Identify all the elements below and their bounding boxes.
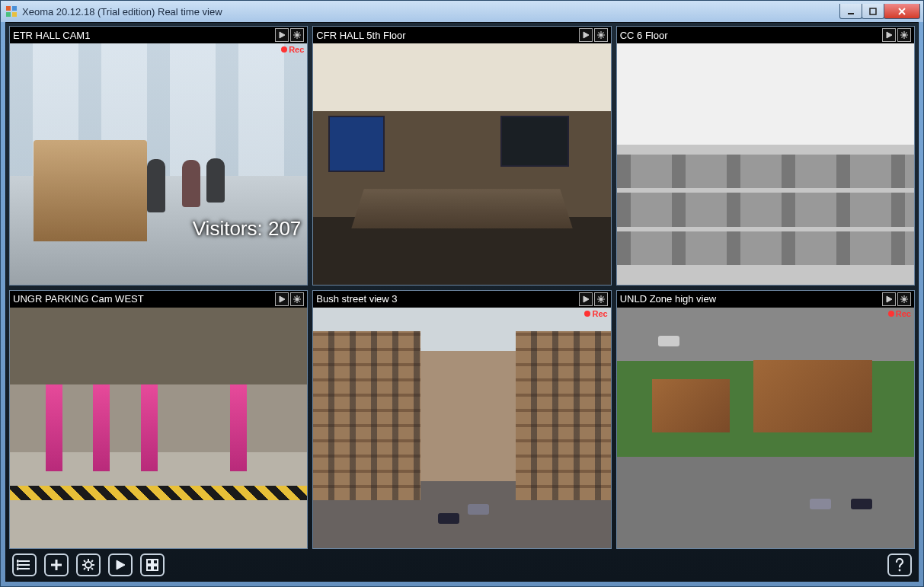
svg-rect-31 [153, 560, 158, 564]
camera-header: CC 6 Floor [617, 27, 914, 43]
svg-rect-0 [6, 6, 11, 11]
add-button[interactable] [44, 554, 69, 576]
recording-indicator: Rec [281, 45, 304, 54]
camera-tile-1[interactable]: ETR HALL CAM1 Rec Visitors: 207 [9, 26, 308, 286]
close-button[interactable] [884, 4, 920, 19]
svg-point-15 [296, 298, 299, 301]
svg-marker-29 [117, 560, 125, 569]
svg-point-9 [296, 33, 299, 37]
record-dot-icon [888, 311, 894, 317]
content-area: ETR HALL CAM1 Rec Visitors: 207 [5, 22, 919, 582]
svg-point-24 [17, 564, 18, 566]
camera-settings-button[interactable] [594, 28, 608, 42]
camera-tile-3[interactable]: CC 6 Floor [616, 26, 915, 286]
recording-indicator: Rec [888, 309, 911, 318]
svg-rect-33 [153, 566, 158, 570]
svg-marker-14 [280, 296, 285, 302]
play-archive-button[interactable] [882, 292, 896, 306]
svg-point-25 [17, 568, 18, 569]
help-button[interactable] [887, 554, 912, 576]
camera-settings-button[interactable] [897, 28, 911, 42]
camera-header: Bush street view 3 [313, 291, 610, 308]
camera-controls [579, 28, 608, 42]
layout-button[interactable] [140, 554, 165, 576]
svg-marker-8 [280, 32, 285, 38]
settings-button[interactable] [76, 554, 101, 576]
svg-rect-5 [870, 8, 876, 14]
camera-tile-4[interactable]: UNGR PARKING Cam WEST [9, 290, 308, 550]
play-archive-button[interactable] [275, 292, 289, 306]
record-dot-icon [281, 46, 287, 53]
play-archive-button[interactable] [579, 28, 593, 42]
camera-controls [882, 292, 911, 306]
svg-point-17 [599, 298, 603, 301]
play-archive-button[interactable] [275, 28, 289, 42]
svg-point-11 [599, 33, 603, 37]
app-icon [5, 5, 18, 18]
svg-rect-1 [12, 6, 17, 11]
camera-settings-button[interactable] [897, 292, 911, 306]
svg-rect-30 [147, 560, 152, 564]
camera-name: ETR HALL CAM1 [13, 30, 275, 41]
camera-tile-6[interactable]: UNLD Zone high view Rec [616, 290, 915, 550]
camera-grid: ETR HALL CAM1 Rec Visitors: 207 [9, 26, 915, 549]
camera-feed[interactable] [617, 43, 914, 285]
svg-point-28 [85, 562, 91, 568]
titlebar[interactable]: Xeoma 20.12.18 (Trial edition) Real time… [1, 1, 923, 22]
camera-header: CFR HALL 5th Floor [313, 27, 610, 43]
camera-feed[interactable] [313, 308, 610, 549]
window-controls [840, 4, 923, 19]
play-button[interactable] [108, 554, 133, 576]
record-dot-icon [584, 311, 590, 317]
camera-controls [275, 28, 304, 42]
maximize-button[interactable] [862, 4, 884, 19]
svg-marker-12 [887, 32, 892, 38]
svg-rect-2 [6, 12, 11, 17]
camera-tile-2[interactable]: CFR HALL 5th Floor [312, 26, 611, 286]
camera-header: UNLD Zone high view [617, 291, 914, 308]
list-button[interactable] [12, 554, 37, 576]
camera-name: CC 6 Floor [620, 30, 882, 41]
camera-name: UNLD Zone high view [620, 293, 882, 305]
minimize-button[interactable] [839, 4, 862, 19]
play-archive-button[interactable] [882, 28, 896, 42]
camera-feed[interactable]: Visitors: 207 [10, 43, 307, 285]
svg-point-13 [903, 33, 906, 37]
camera-name: Bush street view 3 [316, 293, 578, 305]
window-title: Xeoma 20.12.18 (Trial edition) Real time… [22, 6, 222, 18]
recording-indicator: Rec [584, 309, 607, 318]
play-archive-button[interactable] [579, 292, 593, 306]
camera-tile-5[interactable]: Bush street view 3 Rec [312, 290, 611, 550]
svg-point-34 [899, 569, 901, 572]
svg-marker-18 [887, 296, 892, 302]
camera-header: ETR HALL CAM1 [10, 27, 307, 43]
camera-settings-button[interactable] [290, 28, 304, 42]
bottom-toolbar [9, 552, 915, 578]
camera-controls [275, 292, 304, 306]
svg-point-23 [17, 560, 18, 562]
svg-marker-16 [583, 296, 589, 302]
camera-feed[interactable] [617, 308, 914, 549]
svg-rect-3 [12, 12, 17, 17]
camera-feed[interactable] [313, 43, 610, 285]
svg-marker-10 [583, 32, 589, 38]
svg-rect-32 [147, 566, 152, 570]
camera-controls [882, 28, 911, 42]
camera-controls [579, 292, 608, 306]
camera-settings-button[interactable] [594, 292, 608, 306]
app-window: Xeoma 20.12.18 (Trial edition) Real time… [0, 0, 924, 587]
camera-settings-button[interactable] [290, 292, 304, 306]
svg-point-19 [903, 298, 906, 301]
camera-name: CFR HALL 5th Floor [316, 30, 578, 41]
camera-header: UNGR PARKING Cam WEST [10, 291, 307, 308]
camera-feed[interactable] [10, 308, 307, 549]
camera-name: UNGR PARKING Cam WEST [13, 293, 275, 305]
